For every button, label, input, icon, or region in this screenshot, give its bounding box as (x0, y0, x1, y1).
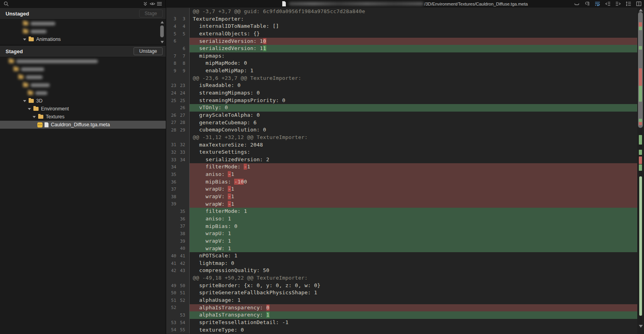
code-text: @@ -49,18 +50,22 @@ TextureImporter: (190, 274, 637, 282)
tree-item-folder[interactable] (0, 19, 166, 27)
line-number-gutter: 99 (166, 67, 190, 75)
diff-line-context[interactable]: 4041 nPOTScale: 1 (166, 252, 637, 260)
scrollbar-diff-mark (639, 27, 642, 30)
line-number-gutter (166, 8, 190, 15)
scroll-up-icon[interactable] (639, 9, 643, 12)
hunk-header-row[interactable]: @@ -31,12 +32,12 @@ TextureImporter: (166, 134, 637, 141)
diff-line-context[interactable]: 33TextureImporter: (166, 15, 637, 23)
scroll-down-icon[interactable] (639, 325, 643, 328)
line-number-gutter: 4142 (166, 260, 190, 267)
hunk-header-row[interactable]: @@ -23,6 +23,7 @@ TextureImporter: (166, 75, 637, 82)
diff-scrollbar[interactable] (637, 8, 644, 334)
diff-line-removed[interactable]: 52 alphaIsTransparency: 0 (166, 304, 637, 312)
code-text: spriteGenerateFallbackPhysicsShape: 1 (190, 289, 637, 297)
diff-line-context[interactable]: 4243 compressionQuality: 50 (166, 267, 637, 274)
diff-line-context[interactable]: 2627 grayScaleToAlpha: 0 (166, 112, 637, 119)
preview-eye-icon[interactable] (149, 1, 156, 7)
diff-line-context[interactable]: 44 internalIDToNameTable: [] (166, 23, 637, 30)
tree-item-folder[interactable]: 3D (0, 97, 166, 105)
shift-left-icon[interactable] (604, 1, 611, 7)
diff-line-added[interactable]: 53 alphaIsTransparency: 1 (166, 311, 637, 319)
tree-item-folder[interactable]: Textures (0, 113, 166, 121)
diff-line-context[interactable]: 77 mipmaps: (166, 52, 637, 60)
tree-item-folder[interactable] (0, 65, 166, 73)
scroll-down-icon[interactable] (161, 41, 164, 43)
shift-right-icon[interactable] (615, 1, 622, 7)
diff-line-context[interactable]: 2323 isReadable: 0 (166, 82, 637, 89)
diff-line-context[interactable]: 55 externalObjects: {} (166, 30, 637, 38)
stage-button[interactable]: Stage (139, 10, 163, 17)
disclosure-triangle-icon[interactable] (33, 116, 36, 118)
scrollbar-diff-mark (639, 86, 642, 102)
diff-line-context[interactable]: 99 enableMipMap: 1 (166, 67, 637, 75)
tree-item-folder[interactable]: Animations (0, 35, 166, 43)
word-wrap-icon[interactable] (594, 1, 601, 7)
code-text: wrapV: 1 (190, 237, 637, 245)
diff-line-added[interactable]: 36 aniso: 1 (166, 215, 637, 223)
diff-line-added[interactable]: 26 vTOnly: 0 (166, 104, 637, 112)
scroll-up-icon[interactable] (161, 21, 164, 23)
diff-line-added[interactable]: 40 wrapW: 1 (166, 245, 637, 253)
scrollbar-thumb[interactable] (160, 25, 164, 37)
collapse-all-icon[interactable] (142, 1, 149, 7)
diff-line-context[interactable]: 2728 generateCubemap: 6 (166, 119, 637, 127)
tree-item-file[interactable]: Cauldron_Diffuse.tga.meta (0, 121, 166, 129)
disclosure-triangle-icon[interactable] (28, 108, 31, 110)
diff-line-removed[interactable]: 38 wrapV: -1 (166, 193, 637, 201)
show-whitespace-icon[interactable] (584, 1, 591, 7)
diff-line-removed[interactable]: 36 mipBias: -100 (166, 178, 637, 186)
diff-line-context[interactable]: 4950 spriteBorder: {x: 0, y: 0, z: 0, w:… (166, 282, 637, 290)
diff-line-added[interactable]: 38 wrapU: 1 (166, 230, 637, 237)
tree-item-folder[interactable] (0, 27, 166, 35)
menu-icon[interactable] (156, 1, 163, 7)
code-text: TextureImporter: (190, 15, 637, 23)
code-text: mipMapMode: 0 (190, 60, 637, 67)
diff-line-context[interactable]: 4142 lightmap: 0 (166, 260, 637, 267)
diff-line-context[interactable]: 5051 spriteGenerateFallbackPhysicsShape:… (166, 289, 637, 297)
code-text: maxTextureSize: 2048 (190, 141, 637, 149)
diff-line-context[interactable]: 5152 alphaUsage: 1 (166, 297, 637, 304)
diff-line-removed[interactable]: 35 aniso: -1 (166, 171, 637, 178)
tree-item-folder[interactable] (0, 73, 166, 81)
tree-item-folder[interactable] (0, 57, 166, 65)
diff-line-context[interactable]: 2525 streamingMipmapsPriority: 0 (166, 97, 637, 104)
line-spacing-icon[interactable] (625, 1, 632, 7)
unstaged-tree-scrollbar[interactable] (160, 20, 165, 44)
diff-line-added[interactable]: 39 wrapV: 1 (166, 237, 637, 245)
diff-line-removed[interactable]: 6 serializedVersion: 10 (166, 38, 637, 45)
diff-line-removed[interactable]: 34 filterMode: -1 (166, 163, 637, 171)
overscroll-icon[interactable] (573, 1, 580, 7)
tree-item-folder[interactable] (0, 89, 166, 97)
diff-line-context[interactable]: 3132 maxTextureSize: 2048 (166, 141, 637, 149)
code-text: spriteTessellationDetail: -1 (190, 319, 637, 326)
diff-line-added[interactable]: 6 serializedVersion: 11 (166, 45, 637, 52)
diff-line-added[interactable]: 37 mipBias: 0 (166, 223, 637, 230)
diff-line-removed[interactable]: 37 wrapU: -1 (166, 185, 637, 193)
modified-status-badge-icon (37, 122, 43, 127)
code-text: textureType: 0 (190, 326, 637, 334)
diff-line-context[interactable]: 2424 streamingMipmaps: 0 (166, 89, 637, 97)
diff-line-context[interactable]: 2829 cubemapConvolution: 0 (166, 126, 637, 134)
disclosure-triangle-icon[interactable] (23, 100, 26, 102)
tree-item-folder[interactable] (0, 81, 166, 89)
line-number-gutter: 4950 (166, 282, 190, 290)
diff-line-context[interactable]: 3233 textureSettings: (166, 149, 637, 156)
line-number-gutter: 44 (166, 23, 190, 30)
diff-line-context[interactable]: 5455 textureType: 0 (166, 326, 637, 334)
diff-line-removed[interactable]: 39 wrapW: -1 (166, 201, 637, 208)
diff-line-context[interactable]: 3334 serializedVersion: 2 (166, 156, 637, 164)
diff-line-context[interactable]: 5354 spriteTessellationDetail: -1 (166, 319, 637, 326)
hunk-header-row[interactable]: @@ -49,18 +50,22 @@ TextureImporter: (166, 274, 637, 282)
tree-item-folder[interactable]: Environment (0, 105, 166, 113)
diff-line-added[interactable]: 35 filterMode: 1 (166, 208, 637, 215)
item-label (31, 22, 55, 25)
search-icon[interactable] (2, 1, 10, 7)
hunk-header-row[interactable]: @@ -3,7 +3,7 @@ guid: 6c9fd0a0956f1984a9… (166, 8, 637, 15)
code-text: wrapW: 1 (190, 245, 637, 253)
scrollbar-diff-mark (639, 122, 642, 125)
diff-content: @@ -3,7 +3,7 @@ guid: 6c9fd0a0956f1984a9… (166, 8, 637, 334)
diff-line-context[interactable]: 88 mipMapMode: 0 (166, 60, 637, 67)
unstage-button[interactable]: Unstage (134, 47, 163, 55)
disclosure-triangle-icon[interactable] (23, 39, 26, 41)
side-by-side-icon[interactable] (635, 1, 642, 7)
